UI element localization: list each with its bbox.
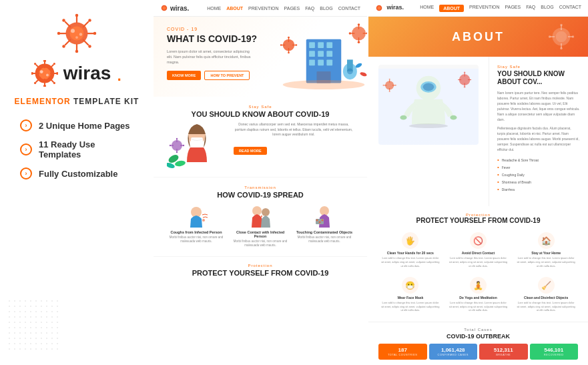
arrow-icon-2: ›	[20, 143, 32, 155]
spread-icon-1	[185, 204, 208, 228]
svg-rect-51	[318, 59, 324, 65]
svg-point-137	[409, 123, 448, 128]
stat-breathe: 512,311 BREATHE	[479, 344, 528, 360]
svg-line-14	[83, 22, 89, 27]
svg-point-106	[556, 31, 567, 43]
spread-card-2: Close Contact with Infected Person Morbi…	[231, 204, 290, 248]
stat-countries: 187 TOTAL COUNTRIES	[378, 344, 427, 360]
svg-point-132	[464, 71, 465, 73]
protect-card-1: 🖐 Clean Your Hands for 20 secs Lore add …	[378, 230, 443, 270]
svg-point-39	[40, 70, 43, 73]
outbreak-stats: 187 TOTAL COUNTRIES 1,061,428 CONFIRMED …	[378, 344, 578, 360]
svg-point-5	[75, 50, 79, 53]
svg-point-26	[43, 85, 46, 87]
svg-point-112	[549, 35, 551, 37]
protect-grid: 🖐 Clean Your Hands for 20 secs Lore add …	[378, 230, 578, 315]
stat-confirmed: 1,061,428 CONFIRMED CASES	[429, 344, 478, 360]
svg-point-61	[280, 44, 282, 46]
svg-line-10	[65, 22, 71, 27]
protect-icon-5: 🧘	[470, 277, 487, 294]
protect-card-4: 😷 Wear Face Mask Lore add to change this…	[378, 274, 443, 315]
svg-point-104	[377, 6, 380, 9]
spread-card-3: Touching Contaminated Objects Morbi fini…	[295, 204, 354, 248]
svg-line-16	[65, 40, 71, 45]
brand-logo: wiras.	[31, 60, 123, 87]
symptom-2: Fever	[497, 163, 580, 171]
svg-point-63	[296, 44, 298, 46]
svg-rect-47	[309, 51, 315, 57]
lp-logo-icon	[160, 4, 168, 12]
rp-about-text: Stay Safe YOU SHOULD KNOW ABOUT COV... N…	[489, 57, 588, 206]
svg-point-125	[389, 91, 390, 92]
lp-hero: COVID - 19 WHAT IS COVID-19? Lorem ipsum…	[154, 17, 367, 97]
symptom-5: Diarrhea	[497, 186, 580, 193]
lp-nav: wiras. HOME ABOUT PREVENTION PAGES FAQ B…	[154, 0, 367, 17]
rp-nav-links: HOME ABOUT PREVENTION PAGES FAQ BLOG CON…	[420, 5, 581, 12]
how-to-prevent-button[interactable]: HOW TO PREVENT	[204, 71, 250, 80]
protect-icon-4: 😷	[402, 277, 418, 294]
protect-card-2: 🚫 Avoid Direct Contact Lore add to chang…	[447, 230, 511, 270]
left-preview: wiras. HOME ABOUT PREVENTION PAGES FAQ B…	[154, 0, 367, 365]
know-more-button[interactable]: KNOW MORE	[167, 71, 201, 80]
protect-icon-1: 🖐	[402, 232, 418, 249]
feature-item-1: › 2 Unique Home Pages	[20, 119, 133, 131]
symptom-1: Headache & Sore Throat	[497, 156, 580, 163]
svg-point-68	[358, 41, 360, 43]
lp-nav-logo: wiras.	[160, 4, 189, 12]
svg-point-95	[252, 206, 262, 216]
svg-point-19	[79, 33, 83, 36]
rp-doctor-image	[378, 65, 479, 145]
previews-area: wiras. HOME ABOUT PREVENTION PAGES FAQ B…	[154, 0, 588, 365]
svg-point-108	[560, 24, 562, 26]
svg-point-127	[382, 85, 384, 86]
svg-point-85	[176, 151, 178, 153]
svg-point-13	[88, 45, 91, 48]
symptoms-list: Headache & Sore Throat Fever Coughing Da…	[497, 156, 580, 193]
rp-protect: Protection PROTECT YOURSELF FROM COVID-1…	[368, 206, 588, 322]
svg-point-89	[183, 145, 184, 146]
svg-rect-80	[191, 137, 203, 144]
lp-know-section: Stay Safe YOU SHOULD KNOW ABOUT COVID-19	[154, 97, 367, 177]
svg-point-102	[321, 220, 323, 222]
svg-point-129	[395, 85, 396, 86]
rp-about-image-area	[368, 57, 489, 206]
svg-point-119	[400, 115, 406, 120]
svg-point-36	[53, 63, 55, 65]
svg-point-118	[423, 83, 434, 91]
svg-point-40	[46, 73, 49, 76]
symptom-3: Coughing Daily	[497, 171, 580, 178]
left-sidebar: wiras. ELEMENTOR TEMPLATE KIT › 2 Unique…	[0, 0, 154, 365]
svg-point-66	[358, 23, 360, 26]
svg-point-15	[88, 19, 91, 22]
rp-nav: wiras. HOME ABOUT PREVENTION PAGES FAQ B…	[368, 0, 588, 17]
svg-point-20	[75, 36, 78, 39]
svg-point-87	[170, 145, 171, 146]
svg-point-114	[572, 35, 574, 37]
svg-point-7	[57, 32, 61, 35]
protect-card-5: 🧘 Do Yoga and Meditation Lore add to cha…	[447, 274, 511, 315]
svg-point-72	[366, 32, 367, 35]
svg-point-42	[162, 6, 166, 9]
svg-point-28	[31, 72, 33, 75]
rp-about-header: ABOUT	[368, 17, 588, 57]
svg-rect-50	[309, 59, 315, 65]
read-more-button[interactable]: READ MORE	[234, 147, 267, 155]
svg-point-94	[202, 219, 205, 222]
svg-point-77	[360, 71, 367, 77]
svg-point-24	[43, 60, 46, 62]
svg-point-38	[34, 82, 36, 84]
stat-recovered: 546,101 RECOVERED	[530, 344, 579, 360]
symptom-4: Shortness of Breath	[497, 178, 580, 186]
svg-point-11	[62, 19, 65, 22]
svg-point-75	[347, 69, 353, 75]
svg-rect-53	[326, 59, 332, 65]
know-text: Donec varius ullamcorper sem sed est. Ma…	[234, 122, 354, 155]
svg-rect-49	[326, 51, 332, 57]
spread-card-1: Coughs from Infected Person Morbi finibu…	[167, 204, 226, 248]
svg-point-123	[389, 79, 390, 80]
protect-title-area: Protection PROTECT YOURSELF FROM COVID-1…	[378, 213, 578, 224]
lp-spread: Transmission HOW COVID-19 SPREAD	[154, 177, 367, 256]
svg-point-101	[318, 222, 320, 224]
svg-point-92	[167, 161, 176, 169]
lp-hero-image	[277, 20, 367, 93]
